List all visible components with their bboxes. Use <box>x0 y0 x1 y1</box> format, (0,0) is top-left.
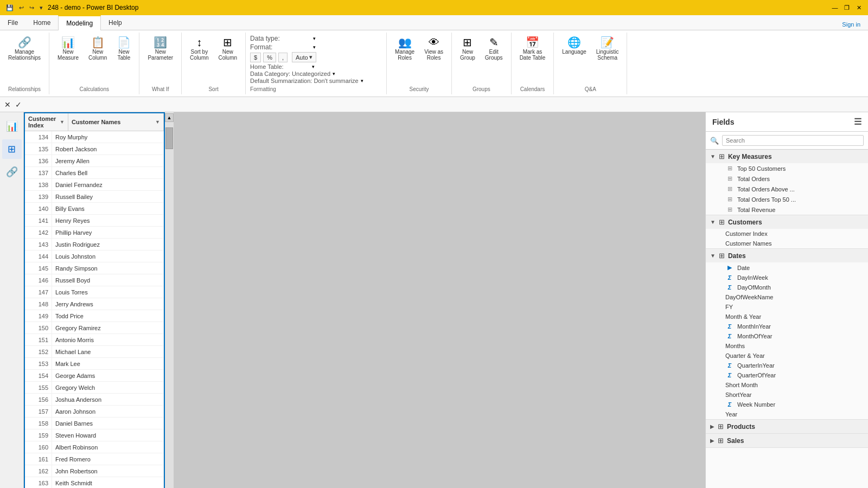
field-date[interactable]: ▶ Date <box>706 262 868 273</box>
table-row[interactable]: 154 George Adams <box>25 370 164 382</box>
redo-button[interactable]: ↪ <box>28 4 36 12</box>
new-parameter-button[interactable]: 🔢 NewParameter <box>144 35 177 63</box>
col-index-sort[interactable]: ▼ <box>60 119 65 125</box>
linguistic-schema-button[interactable]: 📝 LinguisticSchema <box>592 35 623 63</box>
field-monthinyear[interactable]: Σ MonthInYear <box>706 322 868 331</box>
table-row[interactable]: 139 Russell Bailey <box>25 191 164 203</box>
new-column-sort-button[interactable]: ⊞ NewColumn <box>215 35 241 63</box>
section-dates-header[interactable]: ▼ ⊞ Dates <box>706 249 868 262</box>
sort-by-column-button[interactable]: ↕ Sort byColumn <box>186 35 212 63</box>
table-row[interactable]: 138 Daniel Fernandez <box>25 179 164 191</box>
table-row[interactable]: 135 Robert Jackson <box>25 143 164 155</box>
undo-button[interactable]: ↩ <box>17 4 25 12</box>
section-key-measures-header[interactable]: ▼ ⊞ Key Measures <box>706 150 868 163</box>
table-row[interactable]: 137 Charles Bell <box>25 167 164 179</box>
field-top50customers[interactable]: ⊞ Top 50 Customers <box>706 163 868 174</box>
summarization-dropdown[interactable]: ▾ <box>361 78 363 84</box>
table-row[interactable]: 163 Keith Schmidt <box>25 477 164 488</box>
dollar-button[interactable]: $ <box>250 53 261 62</box>
field-dayinweek[interactable]: Σ DayInWeek <box>706 273 868 282</box>
field-shortyear[interactable]: ShortYear <box>706 390 868 400</box>
table-row[interactable]: 155 Gregory Welch <box>25 382 164 394</box>
table-row[interactable]: 141 Henry Reyes <box>25 215 164 227</box>
table-row[interactable]: 142 Phillip Harvey <box>25 227 164 239</box>
table-row[interactable]: 162 John Robertson <box>25 465 164 477</box>
tab-file[interactable]: File <box>0 15 25 30</box>
new-table-button[interactable]: 📄 NewTable <box>113 35 135 63</box>
manage-roles-button[interactable]: 👥 ManageRoles <box>391 35 418 63</box>
field-short-month[interactable]: Short Month <box>706 380 868 390</box>
sign-in-link[interactable]: Sign in <box>834 19 868 30</box>
field-quarterinyear[interactable]: Σ QuarterInYear <box>706 361 868 370</box>
field-month-year[interactable]: Month & Year <box>706 312 868 322</box>
fields-collapse-icon[interactable]: ☰ <box>854 117 861 127</box>
dropdown-button[interactable]: ▾ <box>38 4 44 12</box>
mark-date-table-button[interactable]: 📅 Mark asDate Table <box>516 35 550 63</box>
tab-help[interactable]: Help <box>101 15 130 30</box>
tab-home[interactable]: Home <box>25 15 58 30</box>
table-row[interactable]: 150 Gregory Ramirez <box>25 322 164 334</box>
format-dropdown[interactable]: ▾ <box>312 44 316 50</box>
search-input[interactable] <box>722 135 864 146</box>
datacategory-dropdown[interactable]: ▾ <box>333 71 335 76</box>
new-column-button[interactable]: 📋 NewColumn <box>85 35 111 63</box>
field-customer-names[interactable]: Customer Names <box>706 239 868 248</box>
table-row[interactable]: 149 Todd Price <box>25 310 164 322</box>
field-dayofmonth[interactable]: Σ DayOfMonth <box>706 282 868 292</box>
tab-modeling[interactable]: Modeling <box>58 15 101 30</box>
table-row[interactable]: 153 Mark Lee <box>25 358 164 370</box>
table-row[interactable]: 134 Roy Murphy <box>25 131 164 143</box>
table-row[interactable]: 156 Joshua Anderson <box>25 394 164 406</box>
field-fy[interactable]: FY <box>706 302 868 312</box>
table-row[interactable]: 152 Michael Lane <box>25 346 164 358</box>
table-row[interactable]: 140 Billy Evans <box>25 203 164 215</box>
percent-button[interactable]: % <box>263 53 276 62</box>
section-products-header[interactable]: ▶ ⊞ Products <box>706 420 868 433</box>
cancel-formula-button[interactable]: ✕ <box>4 100 11 109</box>
field-total-revenue[interactable]: ⊞ Total Revenue <box>706 204 868 215</box>
table-row[interactable]: 136 Jeremy Allen <box>25 155 164 167</box>
table-row[interactable]: 151 Antonio Morris <box>25 334 164 346</box>
table-row[interactable]: 157 Aaron Johnson <box>25 406 164 418</box>
model-view-icon[interactable]: 🔗 <box>2 162 22 182</box>
new-measure-button[interactable]: 📊 NewMeasure <box>54 35 82 63</box>
table-row[interactable]: 145 Randy Simpson <box>25 262 164 274</box>
save-button[interactable]: 💾 <box>4 4 15 12</box>
hometable-dropdown[interactable]: ▾ <box>312 64 315 69</box>
field-monthofyear[interactable]: Σ MonthOfYear <box>706 331 868 341</box>
language-button[interactable]: 🌐 Language <box>558 35 590 57</box>
field-total-orders-above[interactable]: ⊞ Total Orders Above ... <box>706 184 868 194</box>
data-view-icon[interactable]: ⊞ <box>2 139 22 159</box>
table-row[interactable]: 147 Louis Torres <box>25 286 164 298</box>
field-total-orders[interactable]: ⊞ Total Orders <box>706 174 868 184</box>
table-row[interactable]: 160 Albert Robinson <box>25 441 164 453</box>
confirm-formula-button[interactable]: ✓ <box>15 100 22 109</box>
scroll-thumb[interactable] <box>165 127 173 149</box>
table-row[interactable]: 148 Jerry Andrews <box>25 298 164 310</box>
manage-relationships-button[interactable]: 🔗 ManageRelationships <box>4 35 44 63</box>
field-customer-index[interactable]: Customer Index <box>706 229 868 239</box>
minimize-button[interactable]: — <box>830 3 840 12</box>
field-months[interactable]: Months <box>706 341 868 351</box>
table-row[interactable]: 161 Fred Romero <box>25 453 164 465</box>
field-quarter-year[interactable]: Quarter & Year <box>706 351 868 361</box>
field-year[interactable]: Year <box>706 409 868 419</box>
table-row[interactable]: 143 Justin Rodriguez <box>25 239 164 251</box>
comma-button[interactable]: , <box>278 53 288 62</box>
section-customers-header[interactable]: ▼ ⊞ Customers <box>706 215 868 229</box>
scrollbar-area[interactable]: ▲ ▼ <box>165 112 174 488</box>
field-week-number[interactable]: Σ Week Number <box>706 400 868 409</box>
scroll-track[interactable] <box>165 122 174 488</box>
field-total-orders-top50[interactable]: ⊞ Total Orders Top 50 ... <box>706 194 868 204</box>
table-row[interactable]: 158 Daniel Barnes <box>25 418 164 429</box>
table-row[interactable]: 144 Louis Johnston <box>25 251 164 262</box>
new-group-button[interactable]: ⊞ NewGroup <box>456 35 479 63</box>
maximize-button[interactable]: ❐ <box>842 3 852 12</box>
field-quarterofyear[interactable]: Σ QuarterOfYear <box>706 370 868 380</box>
view-as-roles-button[interactable]: 👁 View asRoles <box>420 35 447 63</box>
close-button[interactable]: ✕ <box>854 3 864 12</box>
datatype-dropdown[interactable]: ▾ <box>312 36 316 41</box>
section-sales-header[interactable]: ▶ ⊞ Sales <box>706 434 868 447</box>
auto-dropdown[interactable]: Auto▾ <box>292 52 316 62</box>
scroll-up-button[interactable]: ▲ <box>165 113 174 122</box>
